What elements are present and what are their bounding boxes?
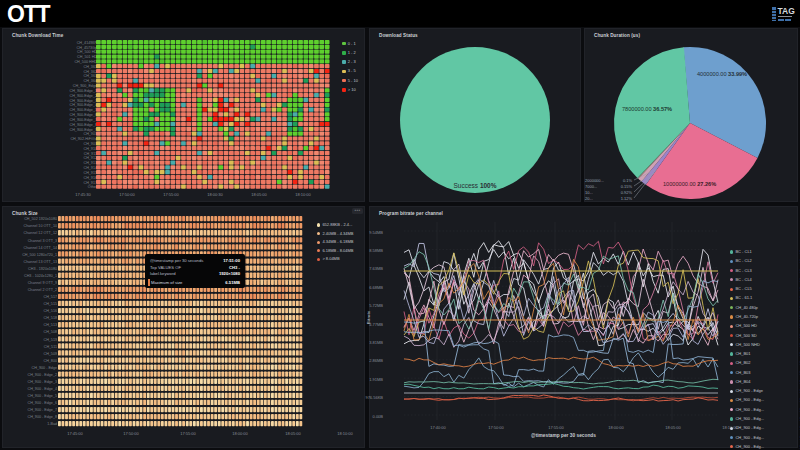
svg-text:1.12%: 1.12% (621, 196, 633, 201)
svg-text:0.15%: 0.15% (621, 184, 633, 189)
svg-text:10000000.00 27.26%: 10000000.00 27.26% (663, 181, 716, 187)
svg-text:10...: 10... (585, 190, 593, 195)
svg-text:20...: 20... (585, 196, 593, 201)
svg-text:0.92%: 0.92% (621, 190, 633, 195)
svg-text:7000...: 7000... (585, 184, 597, 189)
svg-text:2000000...: 2000000... (585, 178, 604, 183)
svg-text:0.1%: 0.1% (623, 178, 633, 183)
svg-text:4000000.00 33.99%: 4000000.00 33.99% (697, 71, 747, 77)
svg-text:7800000.00 36.57%: 7800000.00 36.57% (622, 106, 672, 112)
